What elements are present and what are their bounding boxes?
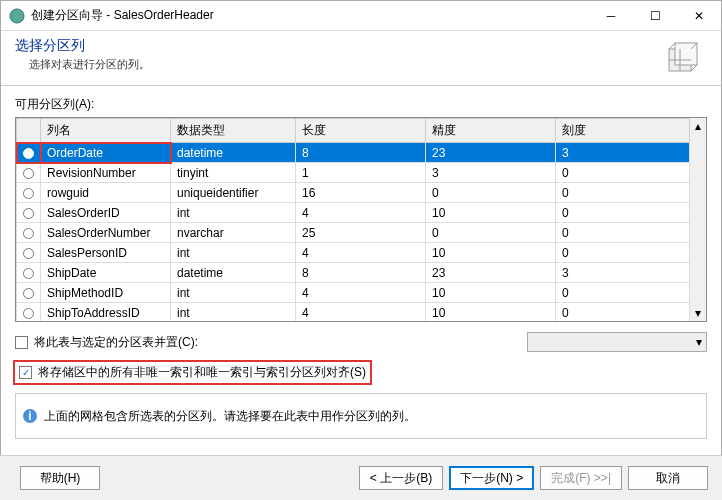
cell-scale: 0	[556, 283, 690, 303]
table-row[interactable]: SalesOrderID int 4 10 0	[17, 203, 690, 223]
finish-button: 完成(F) >>|	[540, 466, 622, 490]
cell-precision: 10	[426, 203, 556, 223]
chevron-down-icon: ▾	[696, 335, 702, 349]
col-header-scale[interactable]: 刻度	[556, 119, 690, 143]
cell-type: uniqueidentifier	[171, 183, 296, 203]
cell-length: 16	[296, 183, 426, 203]
cell-type: int	[171, 283, 296, 303]
help-button[interactable]: 帮助(H)	[20, 466, 100, 490]
col-header-length[interactable]: 长度	[296, 119, 426, 143]
cell-scale: 3	[556, 143, 690, 163]
cell-length: 4	[296, 303, 426, 323]
cell-precision: 10	[426, 283, 556, 303]
cell-name: OrderDate	[41, 143, 171, 163]
row-radio[interactable]	[17, 243, 41, 263]
table-header-row: 列名 数据类型 长度 精度 刻度	[17, 119, 690, 143]
scroll-down-icon[interactable]: ▾	[690, 305, 706, 321]
cell-precision: 10	[426, 303, 556, 323]
close-button[interactable]: ✕	[677, 1, 721, 31]
cell-length: 8	[296, 263, 426, 283]
cell-scale: 0	[556, 183, 690, 203]
table-row[interactable]: SalesPersonID int 4 10 0	[17, 243, 690, 263]
info-text: 上面的网格包含所选表的分区列。请选择要在此表中用作分区列的列。	[44, 408, 416, 425]
next-button[interactable]: 下一步(N) >	[449, 466, 534, 490]
table-scrollbar[interactable]: ▴ ▾	[690, 118, 706, 321]
cell-type: tinyint	[171, 163, 296, 183]
cell-name: ShipMethodID	[41, 283, 171, 303]
row-radio[interactable]	[17, 223, 41, 243]
col-header-type[interactable]: 数据类型	[171, 119, 296, 143]
align-indexes-checkbox[interactable]	[19, 366, 32, 379]
info-panel: i 上面的网格包含所选表的分区列。请选择要在此表中用作分区列的列。	[15, 393, 707, 439]
cell-name: rowguid	[41, 183, 171, 203]
align-indexes-checkbox-row[interactable]: 将存储区中的所有非唯一索引和唯一索引与索引分区列对齐(S)	[15, 362, 370, 383]
cell-name: SalesOrderNumber	[41, 223, 171, 243]
cell-scale: 0	[556, 203, 690, 223]
col-header-name[interactable]: 列名	[41, 119, 171, 143]
cell-name: ShipToAddressID	[41, 303, 171, 323]
row-radio[interactable]	[17, 283, 41, 303]
cell-type: int	[171, 243, 296, 263]
cell-precision: 0	[426, 223, 556, 243]
scroll-up-icon[interactable]: ▴	[690, 118, 706, 134]
cell-type: datetime	[171, 143, 296, 163]
wizard-header: 选择分区列 选择对表进行分区的列。	[1, 31, 721, 86]
page-heading: 选择分区列	[15, 37, 663, 55]
cell-length: 25	[296, 223, 426, 243]
cell-length: 1	[296, 163, 426, 183]
cell-scale: 3	[556, 263, 690, 283]
row-radio[interactable]	[17, 143, 41, 163]
cell-type: int	[171, 203, 296, 223]
row-radio[interactable]	[17, 203, 41, 223]
back-button[interactable]: < 上一步(B)	[359, 466, 443, 490]
cell-type: int	[171, 303, 296, 323]
cell-name: RevisionNumber	[41, 163, 171, 183]
cell-scale: 0	[556, 163, 690, 183]
table-row[interactable]: SalesOrderNumber nvarchar 25 0 0	[17, 223, 690, 243]
svg-point-0	[10, 9, 24, 23]
cell-precision: 23	[426, 143, 556, 163]
available-columns-label: 可用分区列(A):	[15, 96, 707, 113]
collocate-checkbox-row[interactable]: 将此表与选定的分区表并置(C): ▾	[15, 332, 707, 352]
col-header-precision[interactable]: 精度	[426, 119, 556, 143]
page-subheading: 选择对表进行分区的列。	[15, 57, 663, 72]
minimize-button[interactable]: ─	[589, 1, 633, 31]
table-row[interactable]: ShipDate datetime 8 23 3	[17, 263, 690, 283]
svg-line-5	[691, 65, 697, 71]
cell-name: SalesOrderID	[41, 203, 171, 223]
row-radio[interactable]	[17, 303, 41, 323]
cell-name: ShipDate	[41, 263, 171, 283]
svg-text:i: i	[28, 409, 31, 423]
cell-precision: 23	[426, 263, 556, 283]
cell-name: SalesPersonID	[41, 243, 171, 263]
align-indexes-label: 将存储区中的所有非唯一索引和唯一索引与索引分区列对齐(S)	[38, 364, 366, 381]
collocate-checkbox[interactable]	[15, 336, 28, 349]
cell-length: 4	[296, 283, 426, 303]
row-radio[interactable]	[17, 163, 41, 183]
cell-scale: 0	[556, 303, 690, 323]
row-radio[interactable]	[17, 183, 41, 203]
table-row[interactable]: rowguid uniqueidentifier 16 0 0	[17, 183, 690, 203]
table-row[interactable]: ShipToAddressID int 4 10 0	[17, 303, 690, 323]
cell-length: 4	[296, 203, 426, 223]
table-row[interactable]: RevisionNumber tinyint 1 3 0	[17, 163, 690, 183]
collocate-label: 将此表与选定的分区表并置(C):	[34, 334, 198, 351]
app-icon	[9, 8, 25, 24]
cell-precision: 0	[426, 183, 556, 203]
cancel-button[interactable]: 取消	[628, 466, 708, 490]
columns-table: 列名 数据类型 长度 精度 刻度 OrderDate datetime 8 23…	[15, 117, 707, 322]
wizard-footer: 帮助(H) < 上一步(B) 下一步(N) > 完成(F) >>| 取消	[0, 455, 722, 500]
collocate-dropdown[interactable]: ▾	[527, 332, 707, 352]
cell-scale: 0	[556, 223, 690, 243]
cell-length: 8	[296, 143, 426, 163]
cell-type: nvarchar	[171, 223, 296, 243]
partition-cube-icon	[663, 37, 703, 77]
titlebar: 创建分区向导 - SalesOrderHeader ─ ☐ ✕	[1, 1, 721, 31]
row-radio[interactable]	[17, 263, 41, 283]
table-row[interactable]: ShipMethodID int 4 10 0	[17, 283, 690, 303]
cell-length: 4	[296, 243, 426, 263]
cell-type: datetime	[171, 263, 296, 283]
maximize-button[interactable]: ☐	[633, 1, 677, 31]
svg-line-3	[669, 43, 675, 49]
table-row[interactable]: OrderDate datetime 8 23 3	[17, 143, 690, 163]
